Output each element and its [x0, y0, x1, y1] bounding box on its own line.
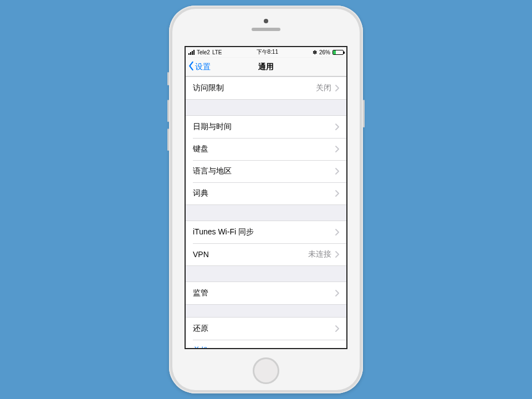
bluetooth-icon: ✽	[313, 49, 317, 55]
row-label: 访问限制	[193, 83, 224, 93]
chevron-left-icon	[188, 61, 195, 73]
phone-frame: Tele2 LTE 下午8:11 ✽ 26% 设置 通用	[169, 6, 363, 393]
volume-up-button	[167, 100, 169, 122]
row-date-time[interactable]: 日期与时间	[186, 116, 346, 138]
status-left: Tele2 LTE	[188, 49, 222, 55]
row-label: 词典	[193, 188, 208, 198]
status-time: 下午8:11	[257, 48, 278, 56]
volume-down-button	[167, 129, 169, 151]
front-camera	[264, 19, 268, 23]
row-label: VPN	[193, 250, 209, 259]
screen: Tele2 LTE 下午8:11 ✽ 26% 设置 通用	[185, 46, 347, 349]
speaker-grille	[252, 28, 280, 31]
row-value: 未连接	[308, 249, 331, 259]
row-value: 关闭	[316, 83, 331, 93]
row-dictionary[interactable]: 词典	[186, 182, 346, 204]
group-gap	[186, 305, 346, 317]
settings-list[interactable]: 访问限制 关闭 日期与时间 键盘	[186, 76, 346, 348]
group-reset: 还原 关机	[186, 317, 346, 348]
row-label: 键盘	[193, 144, 208, 154]
status-bar: Tele2 LTE 下午8:11 ✽ 26%	[186, 47, 346, 58]
nav-bar: 设置 通用	[186, 58, 346, 76]
group-regulatory: 监管	[186, 282, 346, 305]
power-button	[363, 100, 365, 127]
page-title: 通用	[258, 62, 274, 72]
row-itunes-wifi-sync[interactable]: iTunes Wi-Fi 同步	[186, 221, 346, 243]
mute-switch	[167, 72, 169, 85]
row-keyboard[interactable]: 键盘	[186, 138, 346, 160]
group-sync: iTunes Wi-Fi 同步 VPN 未连接	[186, 221, 346, 266]
group-restrictions: 访问限制 关闭	[186, 76, 346, 100]
chevron-right-icon	[335, 290, 339, 296]
battery-icon	[332, 50, 344, 55]
row-restrictions[interactable]: 访问限制 关闭	[186, 77, 346, 99]
home-button[interactable]	[253, 357, 279, 384]
row-label: 监管	[193, 288, 208, 298]
row-label: 语言与地区	[193, 166, 232, 176]
row-vpn[interactable]: VPN 未连接	[186, 243, 346, 265]
chevron-right-icon	[335, 229, 339, 236]
group-gap	[186, 100, 346, 115]
row-reset[interactable]: 还原	[186, 318, 346, 340]
row-label: 关机	[193, 346, 208, 348]
carrier-label: Tele2	[197, 49, 210, 55]
row-regulatory[interactable]: 监管	[186, 282, 346, 304]
back-button[interactable]: 设置	[188, 58, 211, 76]
battery-percent: 26%	[319, 49, 330, 55]
network-label: LTE	[212, 49, 222, 55]
group-gap	[186, 266, 346, 282]
signal-strength-icon	[188, 50, 195, 55]
chevron-right-icon	[335, 190, 339, 197]
back-label: 设置	[195, 62, 211, 72]
group-gap	[186, 205, 346, 221]
chevron-right-icon	[335, 168, 339, 175]
chevron-right-icon	[335, 146, 339, 152]
chevron-right-icon	[335, 85, 339, 91]
battery-fill	[333, 50, 336, 54]
chevron-right-icon	[335, 325, 339, 332]
group-localization: 日期与时间 键盘 语言与地区 词典	[186, 115, 346, 205]
row-label: iTunes Wi-Fi 同步	[193, 227, 254, 237]
row-label: 还原	[193, 324, 208, 334]
chevron-right-icon	[335, 251, 339, 258]
row-shutdown[interactable]: 关机	[186, 340, 346, 348]
row-label: 日期与时间	[193, 122, 232, 132]
chevron-right-icon	[335, 124, 339, 130]
row-language-region[interactable]: 语言与地区	[186, 160, 346, 182]
status-right: ✽ 26%	[313, 49, 344, 55]
